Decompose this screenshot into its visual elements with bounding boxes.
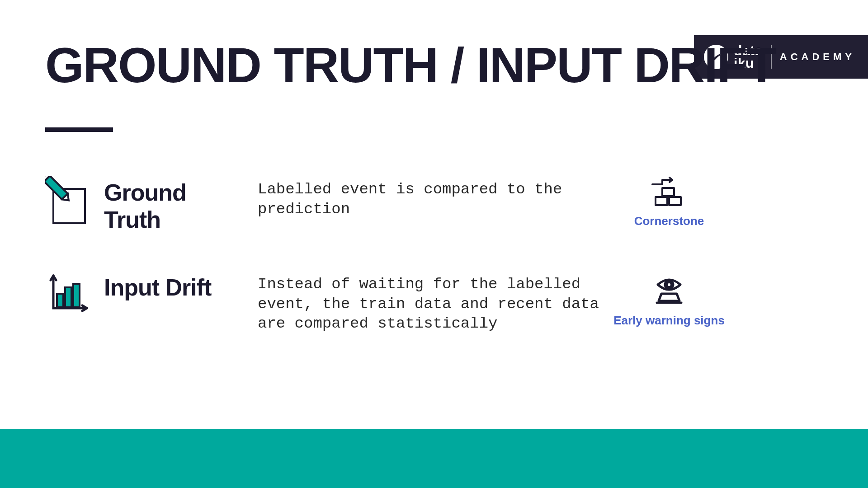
brand-academy-label: ACADEMY	[780, 51, 855, 63]
row-caption-early-warning: Early warning signs	[613, 314, 725, 328]
row-caption-cornerstone: Cornerstone	[634, 214, 704, 228]
svg-rect-9	[65, 287, 71, 307]
slide: data iku ACADEMY GROUND TRUTH / INPUT DR…	[0, 0, 868, 488]
row-right-ground-truth: Cornerstone	[610, 176, 728, 228]
svg-rect-5	[656, 197, 667, 205]
svg-rect-7	[662, 188, 674, 196]
row-ground-truth: Ground Truth Labelled event is compared …	[45, 176, 814, 233]
row-desc-input-drift: Instead of waiting for the labelled even…	[258, 271, 601, 334]
page-title: GROUND TRUTH / INPUT DRIFT	[45, 36, 776, 94]
row-label-input-drift: Input Drift	[104, 271, 249, 301]
svg-point-12	[668, 283, 670, 286]
title-underline	[45, 127, 113, 132]
row-label-ground-truth: Ground Truth	[104, 176, 249, 233]
pencil-note-icon	[45, 176, 95, 226]
svg-rect-8	[57, 294, 63, 307]
row-input-drift: Input Drift Instead of waiting for the l…	[45, 271, 814, 334]
row-right-input-drift: Early warning signs	[610, 271, 728, 328]
svg-rect-6	[669, 197, 681, 205]
svg-rect-10	[73, 284, 80, 307]
cornerstone-icon	[649, 176, 689, 210]
row-desc-ground-truth: Labelled event is compared to the predic…	[258, 176, 601, 219]
bottom-accent-bar	[0, 429, 868, 488]
bar-chart-icon	[45, 271, 95, 316]
crystal-ball-eye-icon	[649, 271, 689, 309]
